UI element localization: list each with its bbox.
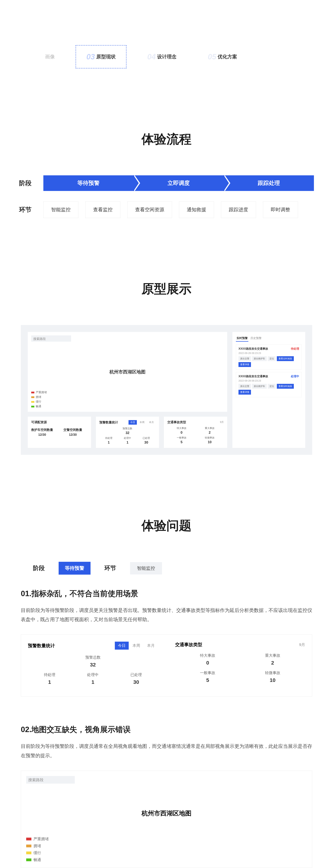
flow-stage: 跟踪处理 xyxy=(224,175,314,191)
legend-swatch xyxy=(31,401,34,403)
legend-swatch xyxy=(31,396,34,398)
tab-month[interactable]: 本月 xyxy=(147,420,156,425)
tab-realtime[interactable]: 实时预警 xyxy=(236,335,248,342)
problem-widget: 预警数量统计 今日 本周 本月 预警总数32 待处理1 处理中1 已处理30 交… xyxy=(21,634,312,696)
legend-swatch xyxy=(31,406,34,407)
map-title: 杭州市西湖区地图 xyxy=(141,809,192,818)
prototype-mockup: 搜索路段 杭州市西湖区地图 严重拥堵 拥堵 缓行 畅通 可调配资源 救护车空闲数… xyxy=(21,325,312,455)
flow-stage-label: 阶段 xyxy=(19,179,43,187)
problem-desc: 目前阶段为等待预警阶段，调度员更关注预警是否出现。预警数量统计、交通事故类型等指… xyxy=(21,606,312,624)
legend-swatch xyxy=(26,838,31,840)
step-box: 智能监控 xyxy=(130,562,162,575)
status-badge: 处理中 xyxy=(291,375,299,378)
alert-item: XXXX路段发生交通事故处理中 2022-09-28 09:23:23 派出交警… xyxy=(236,372,302,397)
problem-map: 搜索路段 杭州市西湖区地图 严重拥堵 拥堵 缓行 畅通 xyxy=(21,771,312,868)
problem-title: 01.指标杂乱，不符合当前使用场景 xyxy=(21,589,312,599)
map-legend: 严重拥堵 拥堵 缓行 畅通 xyxy=(31,390,47,408)
stage-badge: 等待预警 xyxy=(59,562,91,575)
resource-card: 可调配资源 救护车空闲数量12/30 交警空闲数量12/30 xyxy=(28,416,91,448)
flow-step: 即时调整 xyxy=(263,202,298,218)
tab-month[interactable]: 本月 xyxy=(144,642,158,650)
tab-today[interactable]: 今日 xyxy=(129,420,137,425)
dispatch-ambulance-button[interactable]: 派出救护车 xyxy=(252,384,267,389)
map-title: 杭州市西湖区地图 xyxy=(109,369,145,375)
accident-card: 交通事故类型 9月 特大事故0 重大事故2 一般事故5 轻微事故10 xyxy=(164,416,227,448)
problem-title: 02.地图交互缺失，视角展示错误 xyxy=(21,724,312,735)
tab-history[interactable]: 历史预警 xyxy=(250,335,262,342)
view-detail-button[interactable]: 查看详情 xyxy=(238,362,251,367)
tab-week[interactable]: 本周 xyxy=(138,420,146,425)
nav-tabs: 画像 03原型现状 04设计理念 05优化方案 xyxy=(0,0,333,68)
flow-step: 智能监控 xyxy=(43,202,78,218)
proto-map: 搜索路段 杭州市西湖区地图 严重拥堵 拥堵 缓行 畅通 xyxy=(28,332,227,412)
legend-swatch xyxy=(31,392,34,393)
section-title-flow: 体验流程 xyxy=(0,131,333,148)
section-title-problems: 体验问题 xyxy=(0,517,333,534)
proto-sidebar: 实时预警 历史预警 XXXX路段发生交通事故待处理 2022-09-28 09:… xyxy=(232,332,305,448)
view-live-button[interactable]: 查看实时画面 xyxy=(277,356,294,361)
nav-tab-current[interactable]: 03原型现状 xyxy=(76,45,127,68)
status-badge: 待处理 xyxy=(291,347,299,351)
section-title-proto: 原型展示 xyxy=(0,281,333,297)
problem-desc: 目前阶段为等待预警阶段，调度员通常在全局视角观看地图，而交通堵塞情况通常是在局部… xyxy=(21,742,312,760)
month-selector[interactable]: 9月 xyxy=(299,642,305,647)
flow-step: 查看监控 xyxy=(85,202,120,218)
nav-tab-4[interactable]: 04设计理念 xyxy=(137,45,187,68)
map-legend: 严重拥堵 拥堵 缓行 畅通 xyxy=(26,835,49,863)
flow-step: 通知救援 xyxy=(179,202,214,218)
locate-button[interactable]: 定位 xyxy=(268,384,276,389)
dispatch-police-button[interactable]: 派出交警 xyxy=(238,356,251,361)
view-detail-button[interactable]: 查看详情 xyxy=(238,390,251,395)
flow-step: 跟踪进度 xyxy=(221,202,256,218)
month-selector[interactable]: 9月 xyxy=(220,421,224,424)
search-input[interactable]: 搜索路段 xyxy=(31,335,71,342)
dispatch-police-button[interactable]: 派出交警 xyxy=(238,384,251,389)
search-input[interactable]: 搜索路段 xyxy=(26,776,75,784)
tab-week[interactable]: 本周 xyxy=(129,642,143,650)
alert-item: XXXX路段发生交通事故待处理 2022-09-28 09:23:23 派出交警… xyxy=(236,344,302,370)
legend-swatch xyxy=(26,851,31,854)
flow-stage: 立即调度 xyxy=(134,175,224,191)
flow-stage: 等待预警 xyxy=(43,175,134,191)
flow-stages: 等待预警 立即调度 跟踪处理 xyxy=(43,175,314,191)
legend-swatch xyxy=(26,844,31,847)
nav-tab-5[interactable]: 05优化方案 xyxy=(197,45,247,68)
flow-step: 查看空闲资源 xyxy=(127,202,172,218)
dispatch-ambulance-button[interactable]: 派出救护车 xyxy=(252,356,267,361)
legend-swatch xyxy=(26,859,31,861)
view-live-button[interactable]: 查看实时画面 xyxy=(277,384,294,389)
problem-stage-header: 阶段 等待预警 环节 智能监控 xyxy=(0,562,333,575)
flow-step-label: 环节 xyxy=(19,206,43,214)
tab-today[interactable]: 今日 xyxy=(115,642,129,650)
alert-stat-card: 预警数量统计 今日 本周 本月 预警总数32 待处理1 处理中1 已处理30 xyxy=(96,416,159,448)
nav-tab-prev[interactable]: 画像 xyxy=(35,46,65,67)
locate-button[interactable]: 定位 xyxy=(268,356,276,361)
